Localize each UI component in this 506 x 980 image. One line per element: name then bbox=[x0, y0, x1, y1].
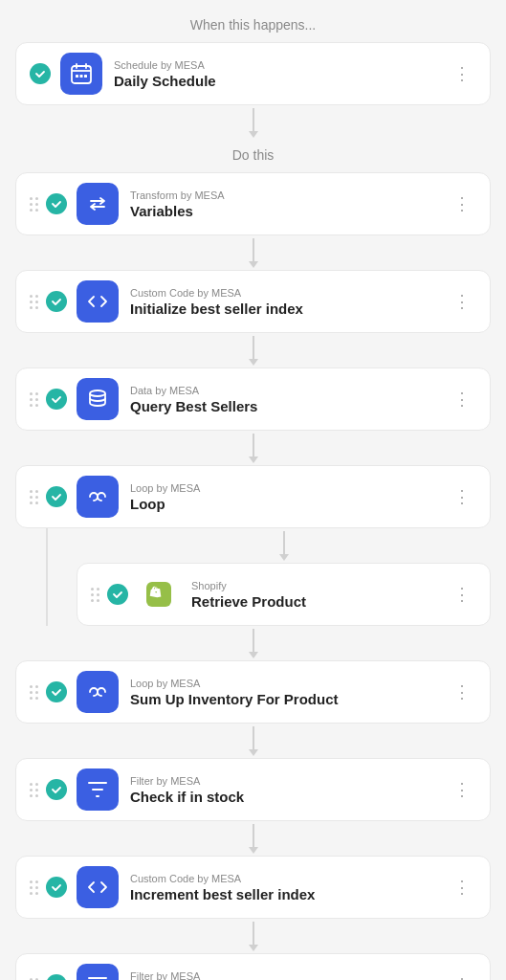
check-retrieve bbox=[107, 584, 128, 605]
arrow-0 bbox=[249, 108, 258, 138]
check-stock-service: Filter by MESA bbox=[130, 775, 448, 787]
check-stock-text: Filter by MESA Check if in stock bbox=[130, 775, 448, 805]
code-icon bbox=[85, 289, 110, 314]
retrieve-service: Shopify bbox=[191, 580, 448, 591]
trigger-more-button[interactable]: ⋮ bbox=[448, 61, 476, 86]
variables-text: Transform by MESA Variables bbox=[130, 189, 448, 219]
init-text: Custom Code by MESA Initialize best sell… bbox=[130, 287, 448, 317]
increment-text: Custom Code by MESA Increment best selle… bbox=[130, 873, 448, 902]
check-variables bbox=[46, 193, 67, 214]
drag-handle-init[interactable] bbox=[30, 295, 38, 309]
connector-2 bbox=[15, 333, 491, 368]
sum-more-button[interactable]: ⋮ bbox=[448, 679, 476, 704]
drag-handle-retrieve[interactable] bbox=[91, 588, 99, 602]
trigger-check bbox=[30, 63, 51, 84]
shopify-icon bbox=[146, 582, 171, 607]
trigger-card: Schedule by MESA Daily Schedule ⋮ bbox=[15, 42, 491, 105]
check-stock-title: Check if in stock bbox=[130, 789, 448, 805]
increment-service: Custom Code by MESA bbox=[130, 873, 448, 884]
trigger-title: Daily Schedule bbox=[114, 73, 448, 89]
svg-point-4 bbox=[90, 390, 105, 396]
calendar-icon bbox=[69, 61, 94, 86]
loop-icon-sum bbox=[85, 679, 110, 704]
query-text: Data by MESA Query Best Sellers bbox=[130, 385, 448, 414]
arrow-2 bbox=[249, 336, 258, 366]
check-check-stock bbox=[46, 779, 67, 800]
step-card-query: Data by MESA Query Best Sellers ⋮ bbox=[15, 368, 491, 431]
code-icon-box-init bbox=[77, 280, 119, 323]
filter-icon-box-stock bbox=[77, 768, 119, 811]
check-stock-more-button[interactable]: ⋮ bbox=[448, 777, 476, 802]
init-title: Initialize best seller index bbox=[130, 301, 448, 317]
drag-handle-variables[interactable] bbox=[30, 197, 38, 212]
indent-border bbox=[46, 528, 77, 626]
arrow-1 bbox=[249, 238, 258, 268]
do-this-section: Do this bbox=[15, 140, 491, 172]
code-icon-box-increment bbox=[77, 866, 119, 908]
sum-title: Sum Up Inventory For Product bbox=[130, 691, 448, 707]
loop-text: Loop by MESA Loop bbox=[130, 482, 448, 512]
filter-icon-max bbox=[85, 972, 110, 980]
filter-icon-stock bbox=[85, 777, 110, 802]
when-header: When this happens... bbox=[15, 0, 491, 42]
check-check-max bbox=[46, 974, 67, 980]
check-query bbox=[46, 389, 67, 410]
loop-service: Loop by MESA bbox=[130, 482, 448, 494]
check-max-more-button[interactable]: ⋮ bbox=[448, 972, 476, 980]
retrieve-title: Retrieve Product bbox=[191, 593, 448, 610]
connector-8 bbox=[15, 919, 491, 953]
connector-4-inner bbox=[77, 528, 491, 563]
step-card-retrieve: Shopify Retrieve Product ⋮ bbox=[77, 563, 491, 626]
connector-6 bbox=[15, 724, 491, 758]
svg-rect-1 bbox=[76, 75, 78, 78]
check-loop bbox=[46, 486, 67, 507]
drag-handle-query[interactable] bbox=[30, 392, 38, 407]
arrow-7 bbox=[249, 824, 258, 854]
query-more-button[interactable]: ⋮ bbox=[448, 387, 476, 412]
drag-handle-loop[interactable] bbox=[30, 490, 38, 504]
connector-0 bbox=[15, 105, 491, 140]
step-card-loop: Loop by MESA Loop ⋮ bbox=[15, 465, 491, 528]
variables-title: Variables bbox=[130, 203, 448, 219]
check-increment bbox=[46, 877, 67, 898]
shopify-icon-box-retrieve bbox=[138, 573, 180, 615]
step-card-increment: Custom Code by MESA Increment best selle… bbox=[15, 856, 491, 919]
check-max-service: Filter by MESA bbox=[130, 970, 448, 981]
indent-area: Shopify Retrieve Product ⋮ bbox=[15, 528, 491, 626]
init-more-button[interactable]: ⋮ bbox=[448, 289, 476, 314]
drag-handle-increment[interactable] bbox=[30, 880, 38, 895]
query-service: Data by MESA bbox=[130, 385, 448, 396]
data-icon-box bbox=[77, 378, 119, 420]
increment-more-button[interactable]: ⋮ bbox=[448, 875, 476, 900]
when-label: When this happens... bbox=[190, 17, 317, 33]
drag-handle-check-stock[interactable] bbox=[30, 783, 38, 797]
loop-icon bbox=[85, 484, 110, 509]
init-service: Custom Code by MESA bbox=[130, 287, 448, 299]
svg-rect-3 bbox=[84, 75, 87, 78]
check-max-text: Filter by MESA Check if we've reached ma… bbox=[130, 970, 448, 981]
arrow-8 bbox=[249, 922, 258, 951]
loop-title: Loop bbox=[130, 496, 448, 512]
retrieve-more-button[interactable]: ⋮ bbox=[448, 582, 476, 607]
step-card-variables: Transform by MESA Variables ⋮ bbox=[15, 172, 491, 235]
increment-title: Increment best seller index bbox=[130, 886, 448, 902]
connector-7 bbox=[15, 821, 491, 856]
arrow-3 bbox=[249, 434, 258, 463]
drag-handle-sum[interactable] bbox=[30, 685, 38, 700]
code-icon-increment bbox=[85, 875, 110, 900]
sum-service: Loop by MESA bbox=[130, 678, 448, 689]
step-card-sum: Loop by MESA Sum Up Inventory For Produc… bbox=[15, 660, 491, 724]
database-icon bbox=[85, 387, 110, 412]
variables-service: Transform by MESA bbox=[130, 189, 448, 201]
retrieve-text: Shopify Retrieve Product bbox=[191, 580, 448, 610]
loop-icon-box-sum bbox=[77, 671, 119, 713]
connector-3 bbox=[15, 431, 491, 465]
check-sum bbox=[46, 681, 67, 702]
arrow-4 bbox=[279, 531, 289, 561]
variables-more-button[interactable]: ⋮ bbox=[448, 191, 476, 216]
trigger-service: Schedule by MESA bbox=[114, 59, 448, 71]
loop-more-button[interactable]: ⋮ bbox=[448, 484, 476, 509]
connector-1 bbox=[15, 235, 491, 270]
step-card-check-stock: Filter by MESA Check if in stock ⋮ bbox=[15, 758, 491, 821]
trigger-text: Schedule by MESA Daily Schedule bbox=[114, 59, 448, 89]
